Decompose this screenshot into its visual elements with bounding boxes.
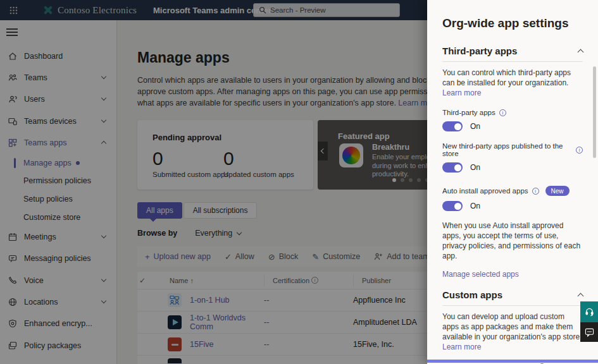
tenant-brand: Contoso Electronics (43, 5, 137, 16)
feedback-chat-button[interactable] (580, 322, 598, 342)
chat-icon (8, 253, 18, 264)
section-third-party-apps[interactable]: Third-party apps (442, 46, 583, 62)
app-launcher-waffle-icon[interactable] (9, 6, 18, 15)
app-icon-1-on-1-hub (168, 293, 182, 307)
info-icon[interactable]: i (311, 277, 318, 284)
sidebar-item-policy-packages[interactable]: Policy packages (0, 339, 117, 353)
auto-install-toggle[interactable] (442, 201, 463, 211)
browse-by-label: Browse by (137, 229, 177, 238)
chevron-down-icon (101, 277, 106, 282)
search-placeholder: Search - Preview (270, 6, 326, 14)
manage-selected-apps-link[interactable]: Manage selected apps (442, 270, 519, 279)
panel-accent-bar (427, 360, 598, 363)
app-name-link[interactable]: 1-on-1 Hub (190, 296, 230, 305)
phone-icon (8, 276, 18, 286)
pending-approval-title: Pending approval (153, 133, 313, 142)
upload-new-app-button[interactable]: +Upload new app (145, 252, 211, 262)
chevron-up-icon (101, 141, 106, 146)
devices-icon (8, 116, 18, 127)
toggle-label-new-third-party-apps: New third-party apps published to the st… (442, 142, 583, 157)
sidebar-item-locations[interactable]: Locations (0, 295, 117, 309)
notification-dot (76, 161, 80, 165)
page-title: Manage apps (137, 49, 230, 66)
left-nav: Dashboard Teams Users Teams devices Team… (0, 20, 117, 364)
app-icon (168, 358, 182, 363)
screen: Contoso Electronics Microsoft Teams admi… (0, 0, 598, 364)
chevron-down-icon (101, 118, 106, 123)
new-third-party-apps-toggle[interactable] (442, 162, 463, 173)
carousel-prev-button[interactable] (318, 142, 328, 161)
allow-button[interactable]: ✓Allow (225, 252, 254, 262)
featured-app-name: Breakthru (372, 143, 409, 152)
add-to-team-button[interactable]: Add to team (374, 252, 429, 261)
search-icon (259, 6, 266, 14)
user-icon (8, 94, 18, 105)
carousel-dots (392, 178, 429, 182)
help-support-button[interactable] (580, 301, 598, 322)
sidebar-item-voice[interactable]: Voice (0, 274, 117, 288)
search-input[interactable]: Search - Preview (253, 3, 400, 17)
selected-indicator (14, 158, 16, 168)
learn-more-link[interactable]: Learn more (442, 88, 481, 97)
contoso-logo-icon (43, 5, 53, 15)
chevron-up-icon (578, 293, 584, 300)
block-button[interactable]: ⊘Block (268, 252, 298, 262)
sidebar-item-meetings[interactable]: Meetings (0, 230, 117, 244)
globe-icon (8, 297, 18, 308)
carousel-dot[interactable] (417, 178, 421, 182)
headset-icon (585, 307, 594, 317)
select-all-check-icon[interactable]: ✓ (137, 276, 168, 285)
info-icon[interactable]: i (576, 147, 583, 154)
column-name[interactable]: Name ↑ (168, 277, 264, 284)
sidebar-item-users[interactable]: Users (0, 92, 117, 106)
chevron-left-icon (321, 149, 326, 154)
carousel-dot[interactable] (409, 178, 413, 182)
apps-grid-icon (8, 138, 18, 149)
customize-button[interactable]: ✎Customize (312, 252, 360, 262)
app-icon-15five (168, 337, 182, 351)
submitted-custom-apps-stat: 0 Submitted custom apps (153, 148, 228, 178)
sidebar-item-teams-apps[interactable]: Teams apps (0, 136, 117, 150)
sidebar-item-teams-devices[interactable]: Teams devices (0, 114, 117, 128)
sidebar-item-permission-policies[interactable]: Permission policies (0, 174, 117, 188)
sidebar-item-manage-apps[interactable]: Manage apps (0, 156, 117, 170)
chat-bubble-icon (585, 328, 594, 337)
chevron-down-icon (101, 95, 106, 100)
tab-all-subscriptions[interactable]: All subscriptions (184, 202, 258, 219)
sidebar-item-customize-store[interactable]: Customize store (0, 210, 117, 224)
learn-more-link[interactable]: Learn more (442, 343, 481, 351)
tab-all-apps[interactable]: All apps (137, 202, 182, 219)
panel-scrollbar[interactable] (593, 66, 596, 158)
sidebar-item-enhanced-encryption[interactable]: Enhanced encryp... (0, 317, 117, 331)
tenant-name: Contoso Electronics (58, 5, 137, 16)
sidebar-item-setup-policies[interactable]: Setup policies (0, 192, 117, 206)
plus-icon: + (145, 252, 150, 262)
shield-icon (8, 318, 18, 329)
third-party-description: You can control which third-party apps c… (442, 68, 583, 98)
sidebar-item-teams[interactable]: Teams (0, 71, 117, 85)
carousel-dot[interactable] (401, 178, 404, 182)
app-name-link[interactable]: 15Five (190, 340, 214, 349)
app-icon-1-to-1 (168, 315, 182, 329)
nav-collapse-hamburger-icon[interactable] (6, 28, 18, 36)
breakthru-app-icon (339, 143, 363, 167)
chevron-down-icon (237, 229, 242, 234)
chevron-up-icon (578, 49, 584, 56)
info-icon[interactable]: i (499, 109, 506, 116)
people-icon (374, 253, 383, 260)
block-icon: ⊘ (268, 252, 275, 262)
app-name-link[interactable]: 1-to-1 Worldvds Comm (190, 313, 264, 331)
column-certification[interactable]: Certification i (264, 275, 353, 286)
sidebar-item-dashboard[interactable]: Dashboard (0, 49, 117, 63)
browse-by-dropdown[interactable]: Everything (195, 229, 241, 238)
auto-install-note: When you use Auto install approved apps,… (442, 221, 583, 261)
new-badge: New (545, 186, 570, 196)
third-party-apps-toggle[interactable] (442, 121, 463, 131)
section-custom-apps[interactable]: Custom apps (442, 289, 583, 306)
sidebar-item-messaging-policies[interactable]: Messaging policies (0, 252, 117, 265)
carousel-dot-active[interactable] (392, 178, 396, 182)
info-icon[interactable]: i (532, 188, 539, 195)
panel-title: Org-wide app settings (442, 16, 583, 30)
stack-icon (8, 341, 18, 351)
pending-approval-card: Pending approval 0 Submitted custom apps… (137, 120, 313, 190)
